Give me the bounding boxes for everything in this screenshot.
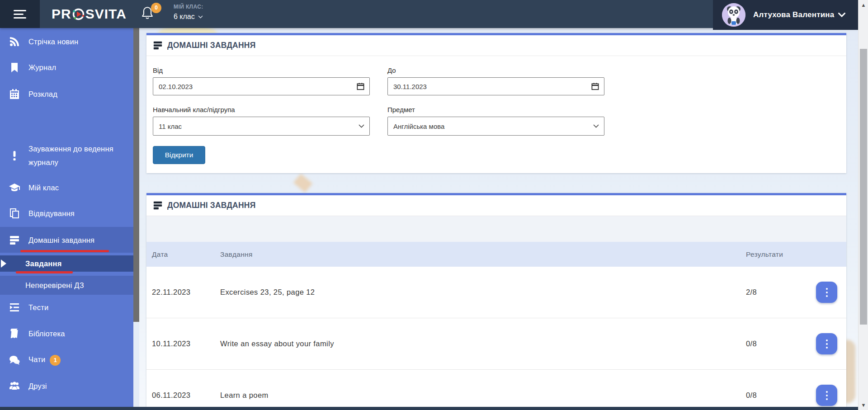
- cell-result: 2/8: [746, 288, 816, 297]
- bookmark-icon: [9, 62, 20, 73]
- sidebar-item-homework[interactable]: Домашні завдання: [0, 227, 133, 253]
- date-from-input[interactable]: 02.10.2023: [153, 77, 370, 95]
- sidebar-item-unchecked-homework[interactable]: Неперевірені ДЗ: [0, 276, 133, 295]
- row-actions-button[interactable]: [816, 333, 837, 354]
- logo-text-right: SVITA: [85, 6, 127, 22]
- app-window: PR SVITA 0 МІЙ КЛАС: 6 клас: [0, 0, 868, 410]
- subject-select-label: Предмет: [387, 106, 604, 113]
- active-marker-icon: [1, 259, 6, 268]
- class-select-label: Навчальний клас/підгрупа: [153, 106, 370, 113]
- table-toolbar-strip: [146, 216, 846, 242]
- avatar: [722, 3, 745, 27]
- play-logo-icon: [72, 8, 85, 20]
- table-row: 10.11.2023 Write an essay about your fam…: [146, 318, 846, 370]
- active-underline: [16, 271, 73, 273]
- user-chevron-down-icon: [838, 13, 845, 17]
- rss-icon: [9, 36, 20, 47]
- stacked-list-icon: [9, 235, 20, 245]
- class-select[interactable]: 11 клас: [153, 117, 370, 136]
- sidebar-item-news-feed[interactable]: Стрічка новин: [0, 33, 133, 51]
- sidebar-item-library[interactable]: Бібліотека: [0, 325, 133, 343]
- row-actions-button[interactable]: [816, 282, 837, 303]
- scroll-down-arrow-icon[interactable]: ▼: [859, 401, 868, 409]
- my-class-value: 6 клас: [174, 13, 195, 21]
- chat-bubbles-icon: [9, 355, 20, 366]
- user-name: Алтухова Валентина: [753, 10, 834, 19]
- calendar-picker-icon[interactable]: [591, 83, 599, 90]
- sidebar: Стрічка новин Журнал Розклад Зауваження …: [0, 28, 133, 410]
- cell-task: Write an essay about your family: [220, 339, 746, 348]
- stacked-list-icon: [153, 40, 163, 50]
- pages-icon: [9, 208, 20, 219]
- hamburger-menu-button[interactable]: [0, 0, 40, 28]
- app-logo[interactable]: PR SVITA: [52, 0, 127, 28]
- people-group-icon: [9, 381, 20, 391]
- table-row: 06.11.2023 Learn a poem 0/8: [146, 370, 846, 410]
- sidebar-item-tasks[interactable]: Завдання: [0, 255, 133, 272]
- date-to-input[interactable]: 30.11.2023: [387, 77, 604, 95]
- cell-task: Excercises 23, 25, page 12: [220, 288, 746, 297]
- cell-result: 0/8: [746, 339, 816, 348]
- my-class-label: МІЙ КЛАС:: [174, 4, 203, 10]
- topbar: PR SVITA 0 МІЙ КЛАС: 6 клас: [0, 0, 858, 28]
- date-from-label: Від: [153, 66, 370, 74]
- row-actions-button[interactable]: [816, 385, 837, 406]
- sidebar-item-my-class[interactable]: Мій клас: [0, 179, 133, 197]
- notification-count-badge: 0: [151, 3, 161, 13]
- table-header-row: Дата Завдання Результати: [146, 242, 846, 267]
- cell-task: Learn a poem: [220, 391, 746, 400]
- book-icon: [9, 328, 20, 339]
- column-header-date: Дата: [152, 250, 220, 259]
- scroll-up-arrow-icon[interactable]: ▲: [859, 1, 868, 9]
- my-class-selector[interactable]: МІЙ КЛАС: 6 клас: [174, 4, 203, 21]
- sidebar-scrollbar[interactable]: [133, 28, 139, 322]
- active-underline: [20, 250, 109, 252]
- panel-title: ДОМАШНІ ЗАВДАННЯ: [167, 41, 255, 50]
- panel-header: ДОМАШНІ ЗАВДАННЯ: [146, 195, 846, 216]
- page-scrollbar[interactable]: ▲ ▼: [858, 0, 868, 410]
- test-list-icon: [9, 302, 20, 313]
- notifications-button[interactable]: 0: [141, 6, 165, 24]
- cell-result: 0/8: [746, 391, 816, 400]
- sidebar-item-tests[interactable]: Тести: [0, 298, 133, 316]
- sidebar-item-journal-remarks[interactable]: Зауваження до ведення журналу: [0, 139, 133, 172]
- stacked-list-icon: [153, 200, 163, 210]
- scrollbar-thumb[interactable]: [860, 49, 867, 325]
- calendar-picker-icon[interactable]: [357, 83, 364, 90]
- logo-text-left: PR: [52, 6, 71, 22]
- decor-blob: [293, 174, 313, 193]
- sidebar-item-chats[interactable]: Чати1: [0, 351, 133, 369]
- subject-select[interactable]: Англійська мова: [387, 117, 604, 136]
- bottom-edge-strip: [0, 407, 858, 410]
- date-to-label: До: [387, 66, 604, 74]
- table-row: 22.11.2023 Excercises 23, 25, page 12 2/…: [146, 267, 846, 318]
- user-menu[interactable]: Алтухова Валентина: [713, 0, 858, 30]
- sidebar-item-friends[interactable]: Друзі: [0, 377, 133, 395]
- cell-date: 10.11.2023: [152, 339, 220, 348]
- homework-results-panel: ДОМАШНІ ЗАВДАННЯ Дата Завдання Результат…: [146, 193, 846, 410]
- sidebar-item-journal[interactable]: Журнал: [0, 58, 133, 76]
- homework-filter-panel: ДОМАШНІ ЗАВДАННЯ Від 02.10.2023 До 30.: [146, 33, 846, 173]
- graduation-cap-icon: [9, 182, 20, 193]
- chat-count-badge: 1: [50, 355, 61, 366]
- exclamation-icon: [9, 150, 20, 161]
- cell-date: 06.11.2023: [152, 391, 220, 400]
- panel-title: ДОМАШНІ ЗАВДАННЯ: [167, 201, 255, 210]
- panel-header: ДОМАШНІ ЗАВДАННЯ: [146, 35, 846, 56]
- column-header-result: Результати: [746, 250, 816, 259]
- open-button[interactable]: Відкрити: [153, 146, 205, 164]
- cell-date: 22.11.2023: [152, 288, 220, 297]
- chevron-down-icon: [198, 15, 203, 19]
- chevron-down-icon: [593, 124, 599, 128]
- main-content: ДОМАШНІ ЗАВДАННЯ Від 02.10.2023 До 30.: [139, 28, 858, 410]
- chevron-down-icon: [359, 124, 364, 128]
- calendar-icon: [9, 89, 20, 99]
- column-header-task: Завдання: [220, 250, 746, 259]
- sidebar-item-schedule[interactable]: Розклад: [0, 85, 133, 103]
- sidebar-item-attendance[interactable]: Відвідування: [0, 204, 133, 222]
